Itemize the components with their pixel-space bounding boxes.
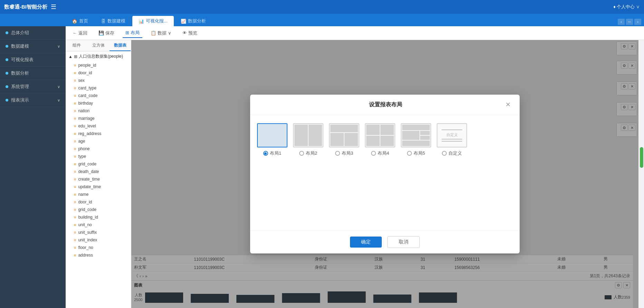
field-icon: ≡	[74, 238, 76, 242]
minimize-btn[interactable]: ─	[626, 19, 633, 25]
field-label: people_id	[78, 63, 96, 68]
field-label: grid_code	[78, 207, 96, 212]
tree-fields: ≡people_id≡door_id≡sex≡card_type≡card_co…	[66, 61, 131, 259]
tree-field-unit_suffix[interactable]: ≡unit_suffix	[66, 229, 131, 236]
sidebar-item-analysis[interactable]: 数据分析	[0, 67, 66, 80]
layout-preview-5	[401, 123, 431, 147]
layout-option-3[interactable]: 布局3	[329, 123, 359, 156]
tree-field-door_id[interactable]: ≡door_id	[66, 198, 131, 206]
tree-field-reg_address[interactable]: ≡reg_address	[66, 130, 131, 137]
field-icon: ≡	[74, 162, 76, 166]
modal-close-button[interactable]: ✕	[503, 100, 513, 109]
main-layout: 总体介绍 数据建模 ∨ 可视化报表 数据分析 系统管理 ∨ 报表演示 ∨	[0, 26, 644, 308]
tab-home[interactable]: 🏠 首页	[66, 16, 94, 26]
layout-preview-1	[257, 123, 287, 147]
tree-field-grid_code[interactable]: ≡grid_code	[66, 206, 131, 213]
field-label: age	[78, 139, 85, 144]
prev-btn[interactable]: ‹	[618, 19, 625, 25]
field-label: death_date	[78, 169, 99, 174]
tree-field-phone[interactable]: ≡phone	[66, 145, 131, 153]
field-icon: ≡	[74, 101, 76, 105]
chevron-down-icon: ∨	[57, 98, 60, 103]
tree-field-address[interactable]: ≡address	[66, 251, 131, 259]
tree-field-building_id[interactable]: ≡building_id	[66, 213, 131, 221]
tree-field-age[interactable]: ≡age	[66, 137, 131, 145]
radio-1[interactable]	[263, 151, 268, 156]
analysis-icon: 📈	[181, 19, 186, 24]
radio-custom[interactable]	[442, 151, 447, 156]
group-btn[interactable]: 组件	[66, 40, 87, 51]
sidebar-item-visual[interactable]: 可视化报表	[0, 53, 66, 67]
tree-field-unit_no[interactable]: ≡unit_no	[66, 221, 131, 229]
tab-data-model[interactable]: 🗄 数据建模	[95, 16, 132, 26]
tree-field-people_id[interactable]: ≡people_id	[66, 61, 131, 69]
tree-field-card_code[interactable]: ≡card_code	[66, 92, 131, 99]
radio-5[interactable]	[407, 151, 412, 156]
tree-field-grid_code[interactable]: ≡grid_code	[66, 160, 131, 168]
top-bar-left: 数睿通-BI智能分析 ☰	[4, 3, 56, 11]
layout-2-label: 布局2	[299, 150, 317, 156]
tree-field-marriage[interactable]: ≡marriage	[66, 115, 131, 122]
tab-visual[interactable]: 📊 可视化报...	[132, 16, 174, 26]
db-icon: 🗄	[101, 19, 106, 24]
layout-option-2[interactable]: 布局2	[293, 123, 323, 156]
layout-5-label: 布局5	[407, 150, 425, 156]
layout-option-4[interactable]: 布局4	[365, 123, 395, 156]
tree-field-update_time[interactable]: ≡update_time	[66, 183, 131, 191]
datatable-btn[interactable]: 数据表	[109, 40, 131, 51]
layout-preview-4	[365, 123, 395, 147]
radio-4[interactable]	[371, 151, 376, 156]
preview-button[interactable]: 👁 预览	[180, 29, 200, 38]
radio-3[interactable]	[335, 151, 340, 156]
tree-field-door_id[interactable]: ≡door_id	[66, 69, 131, 77]
tree-field-death_date[interactable]: ≡death_date	[66, 168, 131, 175]
radio-2[interactable]	[299, 151, 304, 156]
scroll-indicator[interactable]	[640, 147, 643, 168]
data-button[interactable]: 📋 数据 ∨	[148, 29, 174, 38]
sidebar-item-data-model[interactable]: 数据建模 ∨	[0, 40, 66, 53]
layout-option-custom[interactable]: 自定义 自定义	[437, 123, 467, 156]
modal-body: 布局1	[250, 115, 520, 230]
app-title: 数睿通-BI智能分析	[4, 4, 47, 10]
tree-field-name[interactable]: ≡name	[66, 191, 131, 198]
field-label: reg_address	[78, 131, 101, 136]
menu-icon[interactable]: ☰	[51, 3, 56, 11]
layout-custom-label: 自定义	[442, 150, 462, 156]
content-area: ← 返回 💾 保存 ⊞ 布局 📋 数据 ∨ 👁 预览	[66, 26, 644, 308]
layout-option-1[interactable]: 布局1	[257, 123, 287, 156]
field-label: unit_index	[78, 238, 97, 242]
tree-field-card_type[interactable]: ≡card_type	[66, 84, 131, 92]
sidebar-item-overview[interactable]: 总体介绍	[0, 26, 66, 40]
cube-btn[interactable]: 立方体	[87, 40, 109, 51]
field-icon: ≡	[74, 139, 76, 143]
confirm-button[interactable]: 确定	[350, 237, 382, 248]
next-btn[interactable]: ›	[634, 19, 641, 25]
sidebar-item-report-demo[interactable]: 报表演示 ∨	[0, 94, 66, 107]
field-label: update_time	[78, 184, 101, 189]
sidebar-item-sys-mgmt[interactable]: 系统管理 ∨	[0, 80, 66, 94]
layout-button[interactable]: ⊞ 布局	[123, 28, 142, 38]
tree-field-floor_no[interactable]: ≡floor_no	[66, 244, 131, 251]
tree-field-type[interactable]: ≡type	[66, 153, 131, 160]
tree-field-create_time[interactable]: ≡create_time	[66, 175, 131, 183]
field-label: card_type	[78, 86, 96, 90]
field-icon: ≡	[74, 116, 76, 121]
tree-field-nation[interactable]: ≡nation	[66, 107, 131, 115]
tree-field-unit_index[interactable]: ≡unit_index	[66, 236, 131, 244]
layout-option-5[interactable]: 布局5	[401, 123, 431, 156]
field-icon: ≡	[74, 71, 76, 75]
field-icon: ≡	[74, 246, 76, 250]
modal-dialog: 设置报表布局 ✕	[250, 95, 520, 253]
user-menu[interactable]: ♦ 个人中心 ∨	[613, 4, 640, 10]
tree-field-birthday[interactable]: ≡birthday	[66, 99, 131, 107]
field-icon: ≡	[74, 63, 76, 67]
data-panel: 组件 立方体 数据表 ▲ ⊞ 人口信息数据集(people) ≡people_i…	[66, 40, 131, 308]
save-button[interactable]: 💾 保存	[96, 29, 117, 38]
tree-root[interactable]: ▲ ⊞ 人口信息数据集(people)	[66, 51, 131, 61]
cancel-button[interactable]: 取消	[387, 236, 420, 248]
tab-analysis[interactable]: 📈 数据分析	[174, 16, 212, 26]
back-button[interactable]: ← 返回	[70, 29, 90, 38]
tree-field-edu_level[interactable]: ≡edu_level	[66, 122, 131, 130]
field-icon: ≡	[74, 177, 76, 181]
tree-field-sex[interactable]: ≡sex	[66, 77, 131, 84]
